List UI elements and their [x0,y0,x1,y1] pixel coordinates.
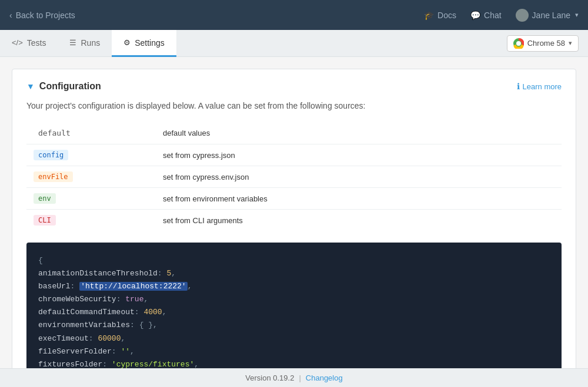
tab-settings-label: Settings [135,38,165,48]
user-name: Jane Lane [532,11,570,20]
chevron-left-icon: ‹ [9,11,12,20]
docs-button[interactable]: 🎓 Docs [424,11,456,20]
navbar-right: 🎓 Docs 💬 Chat Jane Lane ▾ [424,9,579,22]
version-label: Version 0.19.2 [245,373,294,382]
table-row: config set from cypress.json [26,144,562,166]
runs-icon: ☰ [69,38,76,47]
changelog-link[interactable]: Changelog [306,373,343,382]
navbar: ‹ Back to Projects 🎓 Docs 💬 Chat Jane La… [0,0,588,30]
tabs-bar: </> Tests ☰ Runs ⚙ Settings Chrome 58 ▾ [0,30,588,57]
table-row: CLI set from CLI arguments [26,210,562,231]
browser-label: Chrome 58 [527,39,565,48]
tab-runs[interactable]: ☰ Runs [58,30,112,57]
back-to-projects-label: Back to Projects [16,11,75,20]
source-badge-cli: CLI [34,215,56,226]
back-to-projects-link[interactable]: ‹ Back to Projects [9,11,75,20]
tabs-left: </> Tests ☰ Runs ⚙ Settings [0,30,176,56]
source-badge-envfile: envFile [34,171,73,182]
source-badge-config: config [34,150,68,160]
config-header: ▼ Configuration ℹ Learn more [26,81,562,92]
svg-point-2 [517,42,520,45]
configuration-card: ▼ Configuration ℹ Learn more Your projec… [12,69,576,368]
source-desc-config: set from cypress.json [156,144,562,166]
collapse-icon[interactable]: ▼ [26,82,35,91]
source-badge-default: default [34,127,75,139]
info-icon: ℹ [517,82,520,91]
table-row: default default values [26,122,562,144]
config-title: ▼ Configuration [26,81,101,92]
sources-table: default default values config set from c… [26,122,562,231]
source-desc-default: default values [156,122,562,144]
gear-icon: ⚙ [123,38,131,47]
table-row: envFile set from cypress.env.json [26,166,562,188]
user-menu[interactable]: Jane Lane ▾ [516,9,579,22]
source-desc-env: set from environment variables [156,188,562,210]
learn-more-label: Learn more [523,82,562,91]
navbar-left: ‹ Back to Projects [9,11,75,20]
source-desc-cli: set from CLI arguments [156,210,562,231]
avatar [516,9,529,22]
learn-more-link[interactable]: ℹ Learn more [517,82,562,91]
config-title-label: Configuration [39,81,101,92]
footer-separator: | [299,373,300,382]
source-badge-env: env [34,193,56,204]
code-block: { animationDistanceThreshold: 5, baseUrl… [26,243,562,368]
footer: Version 0.19.2 | Changelog [0,368,588,387]
docs-icon: 🎓 [424,11,434,20]
main-content: ▼ Configuration ℹ Learn more Your projec… [0,57,588,368]
tab-runs-label: Runs [81,38,100,48]
tab-settings[interactable]: ⚙ Settings [112,30,176,57]
chevron-down-icon: ▾ [575,11,579,19]
tabs-right: Chrome 58 ▾ [507,30,588,56]
browser-selector[interactable]: Chrome 58 ▾ [507,35,579,52]
code-icon: </> [12,38,23,47]
docs-label: Docs [437,11,456,20]
chat-label: Chat [484,11,502,20]
table-row: env set from environment variables [26,188,562,210]
chevron-down-icon: ▾ [569,39,572,47]
source-desc-envfile: set from cypress.env.json [156,166,562,188]
chat-icon: 💬 [470,11,480,20]
chat-button[interactable]: 💬 Chat [470,11,502,20]
config-description: Your project's configuration is displaye… [26,101,562,110]
tab-tests[interactable]: </> Tests [0,30,58,57]
chrome-icon [513,38,524,49]
tab-tests-label: Tests [27,38,46,48]
